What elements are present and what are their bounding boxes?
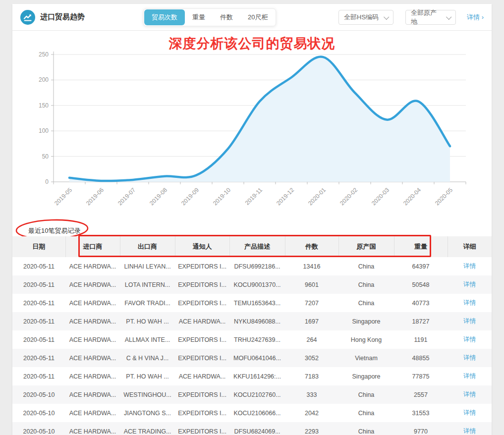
- cell-quantity: 13416: [285, 257, 338, 275]
- cell-importer: ACE HARDWA...: [65, 330, 120, 349]
- cell-origin-country: Hong Kong: [338, 330, 394, 349]
- row-detail-link[interactable]: 详情: [463, 428, 476, 435]
- cell-importer: ACE HARDWA...: [65, 385, 120, 404]
- table-row: 2020-05-10ACE HARDWA...ACE TRADING...EXP…: [12, 422, 492, 435]
- cell-quantity: 2042: [285, 404, 338, 422]
- cell-product-desc: KOCU2102760...: [229, 385, 285, 404]
- column-header-件数: 件数: [285, 236, 338, 257]
- cell-weight: 31553: [394, 404, 448, 422]
- x-axis-label: 2019-07: [116, 186, 137, 207]
- cell-exporter: JIANGTONG S...: [120, 404, 175, 422]
- cell-exporter: LOTA INTERN...: [120, 275, 175, 294]
- cell-date: 2020-05-11: [12, 367, 65, 385]
- cell-product-desc: TRHU2427639...: [229, 330, 285, 349]
- cell-product-desc: DFSU6992186...: [229, 257, 285, 275]
- x-axis-label: 2019-06: [85, 186, 105, 207]
- cell-importer: ACE HARDWA...: [65, 349, 120, 367]
- cell-notify-party: ACE HARDWA...: [175, 367, 229, 385]
- row-detail-link[interactable]: 详情: [463, 336, 476, 343]
- cell-notify-party: EXPEDITORS I...: [175, 404, 229, 422]
- cell-product-desc: DFSU6824069...: [229, 422, 285, 435]
- y-axis-label: 200: [39, 76, 49, 83]
- cell-importer: ACE HARDWA...: [65, 422, 120, 435]
- cell-origin-country: China: [338, 385, 394, 404]
- cell-exporter: C & H VINA J...: [120, 349, 175, 367]
- row-detail-link[interactable]: 详情: [463, 354, 476, 361]
- cell-date: 2020-05-11: [12, 294, 65, 312]
- row-detail-link[interactable]: 详情: [463, 299, 476, 306]
- cell-weight: 50548: [394, 275, 448, 294]
- table-row: 2020-05-11ACE HARDWA...LOTA INTERN...EXP…: [12, 275, 492, 294]
- cell-exporter: WESTINGHOU...: [120, 385, 175, 404]
- cell-notify-party: EXPEDITORS I...: [175, 330, 229, 349]
- x-axis-label: 2019-10: [212, 186, 232, 207]
- cell-date: 2020-05-11: [12, 330, 65, 349]
- row-detail-link[interactable]: 详情: [463, 263, 476, 270]
- table-row: 2020-05-11ACE HARDWA...LINHAI LEYAN...EX…: [12, 257, 492, 275]
- cell-notify-party: EXPEDITORS I...: [175, 257, 229, 275]
- cell-detail: 详情: [448, 294, 492, 312]
- origin-filter[interactable]: 全部原产地: [405, 10, 456, 25]
- cell-weight: 48855: [394, 349, 448, 367]
- row-detail-link[interactable]: 详情: [463, 409, 476, 416]
- y-axis-label: 250: [39, 51, 49, 58]
- cell-notify-party: EXPEDITORS I...: [175, 294, 229, 312]
- y-axis-label: 150: [39, 102, 49, 109]
- cell-origin-country: Singapore: [338, 312, 394, 330]
- chart-section: 0501001502002502019-052019-062019-072019…: [12, 31, 492, 218]
- row-detail-link[interactable]: 详情: [463, 391, 476, 398]
- cell-importer: ACE HARDWA...: [65, 257, 120, 275]
- cell-product-desc: TEMU1653643...: [229, 294, 285, 312]
- cell-origin-country: China: [338, 422, 394, 435]
- cell-product-desc: MOFU0641046...: [229, 349, 285, 367]
- header-right: 全部HS编码全部原产地 详情 ›: [338, 10, 484, 25]
- header-detail-link[interactable]: 详情 ›: [467, 13, 484, 22]
- cell-product-desc: KOCU9001370...: [229, 275, 285, 294]
- page: 进口贸易趋势 贸易次数重量件数20尺柜 全部HS编码全部原产地 详情 › 050…: [0, 0, 504, 435]
- cell-exporter: ALLMAX INTE...: [120, 330, 175, 349]
- tab-件数[interactable]: 件数: [213, 9, 240, 25]
- cell-detail: 详情: [448, 404, 492, 422]
- cell-detail: 详情: [448, 349, 492, 367]
- x-axis-label: 2020-03: [370, 186, 391, 207]
- cell-date: 2020-05-10: [12, 385, 65, 404]
- hs-code-filter[interactable]: 全部HS编码: [338, 10, 393, 25]
- cell-quantity: 333: [285, 385, 338, 404]
- chevron-right-icon: ›: [482, 13, 484, 21]
- tab-重量[interactable]: 重量: [185, 9, 213, 25]
- cell-origin-country: Singapore: [338, 367, 394, 385]
- cell-detail: 详情: [448, 312, 492, 330]
- cell-product-desc: KKFU1614296:...: [229, 367, 285, 385]
- cell-notify-party: EXPEDITORS I...: [175, 275, 229, 294]
- cell-detail: 详情: [448, 275, 492, 294]
- cell-origin-country: China: [338, 404, 394, 422]
- cell-importer: ACE HARDWA...: [65, 404, 120, 422]
- cell-detail: 详情: [448, 367, 492, 385]
- table-section: 最近10笔贸易记录 日期进口商出口商通知人产品描述件数原产国重量详细 2020-…: [12, 218, 492, 435]
- cell-notify-party: ACE HARDWA...: [175, 312, 229, 330]
- cell-detail: 详情: [448, 257, 492, 275]
- row-detail-link[interactable]: 详情: [463, 318, 476, 325]
- cell-importer: ACE HARDWA...: [65, 294, 120, 312]
- cell-date: 2020-05-11: [12, 275, 65, 294]
- table-row: 2020-05-11ACE HARDWA...FAVOR TRADI...EXP…: [12, 294, 492, 312]
- column-header-产品描述: 产品描述: [229, 236, 285, 257]
- row-detail-link[interactable]: 详情: [463, 281, 476, 288]
- area-fill: [69, 57, 450, 182]
- trade-trend-card: 进口贸易趋势 贸易次数重量件数20尺柜 全部HS编码全部原产地 详情 › 050…: [12, 4, 492, 435]
- trend-area-chart: 0501001502002502019-052019-062019-072019…: [12, 31, 492, 218]
- cell-notify-party: EXPEDITORS I...: [175, 349, 229, 367]
- table-row: 2020-05-11ACE HARDWA...ALLMAX INTE...EXP…: [12, 330, 492, 349]
- row-detail-link[interactable]: 详情: [463, 373, 476, 380]
- cell-exporter: PT. HO WAH ...: [120, 367, 175, 385]
- column-header-原产国: 原产国: [338, 236, 394, 257]
- x-axis-label: 2020-04: [402, 186, 422, 207]
- tab-贸易次数[interactable]: 贸易次数: [144, 9, 185, 25]
- cell-detail: 详情: [448, 385, 492, 404]
- origin-filter-value: 全部原产地: [411, 8, 443, 26]
- cell-date: 2020-05-11: [12, 257, 65, 275]
- cell-quantity: 2293: [285, 422, 338, 435]
- table-row: 2020-05-11ACE HARDWA...PT. HO WAH ...ACE…: [12, 312, 492, 330]
- cell-importer: ACE HARDWA...: [65, 367, 120, 385]
- tab-20尺柜[interactable]: 20尺柜: [240, 9, 275, 25]
